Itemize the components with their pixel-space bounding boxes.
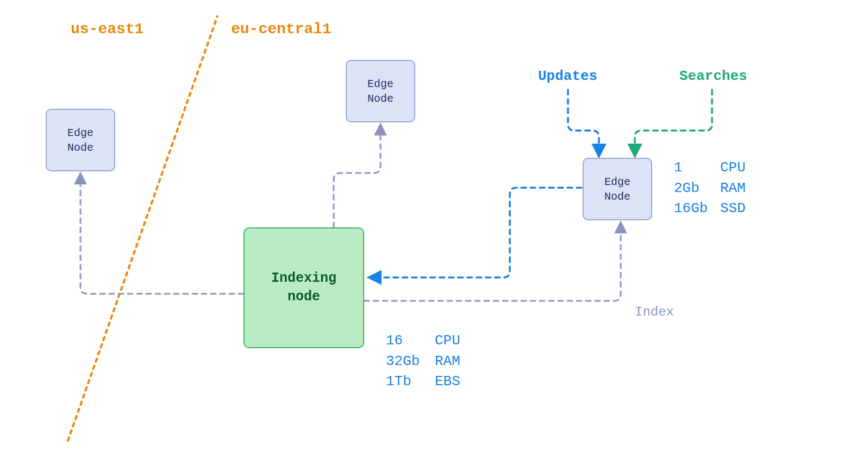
- edge-cpu-value: 1: [674, 158, 720, 178]
- indexing-node-line1: Indexing: [271, 270, 336, 286]
- edge-node-right-line1: Edge: [604, 176, 630, 188]
- edge-node-left-line1: Edge: [67, 127, 93, 139]
- updates-arrow-to-indexing: [370, 188, 582, 277]
- edge-node-left: Edge Node: [46, 109, 115, 171]
- indexing-cpu-label: CPU: [435, 331, 460, 351]
- searches-flow-label: Searches: [679, 68, 747, 84]
- edge-specs: 1CPU 2GbRAM 16GbSSD: [674, 158, 746, 219]
- indexing-cpu-value: 16: [386, 331, 435, 351]
- updates-flow-label: Updates: [538, 68, 597, 84]
- edge-node-top: Edge Node: [346, 60, 415, 122]
- edge-cpu-label: CPU: [720, 158, 746, 178]
- edge-ram-label: RAM: [720, 178, 746, 199]
- index-arrow-to-right-edge: [364, 223, 621, 301]
- edge-disk-value: 16Gb: [674, 199, 720, 219]
- indexing-node: Indexing node: [243, 227, 364, 348]
- index-arrow-to-left-edge: [80, 174, 243, 294]
- edge-node-top-line2: Node: [367, 92, 394, 105]
- region-label-right: eu-central1: [231, 21, 332, 38]
- indexing-node-line2: node: [288, 289, 320, 305]
- index-arrow-to-top-edge: [334, 125, 380, 227]
- edge-disk-label: SSD: [720, 199, 746, 219]
- indexing-disk-value: 1Tb: [386, 372, 435, 392]
- edge-ram-value: 2Gb: [674, 178, 720, 199]
- edge-node-top-line1: Edge: [367, 78, 394, 90]
- indexing-specs: 16CPU 32GbRAM 1TbEBS: [386, 331, 460, 392]
- edge-node-left-line2: Node: [67, 141, 93, 154]
- diagram-canvas: us-east1 eu-central1 Edge Node Edge Node…: [0, 0, 868, 451]
- edge-node-right: Edge Node: [583, 158, 652, 220]
- searches-arrow-to-edge: [635, 90, 712, 156]
- region-label-left: us-east1: [71, 21, 143, 38]
- indexing-disk-label: EBS: [435, 372, 460, 392]
- edge-node-right-line2: Node: [604, 190, 630, 203]
- indexing-ram-label: RAM: [435, 351, 460, 372]
- updates-arrow-to-edge: [568, 90, 599, 156]
- index-flow-label: Index: [635, 305, 674, 319]
- region-divider: [68, 16, 217, 441]
- indexing-ram-value: 32Gb: [386, 351, 435, 372]
